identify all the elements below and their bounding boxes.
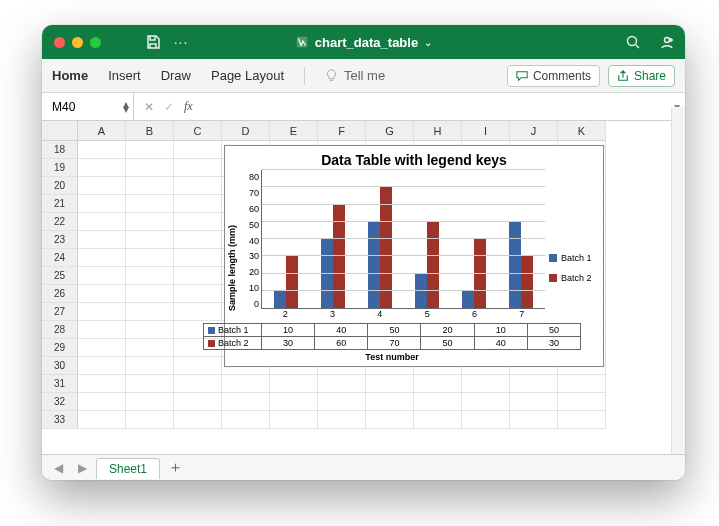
cell[interactable] [126,411,174,429]
column-header[interactable]: H [414,121,462,141]
row-header[interactable]: 27 [42,303,78,321]
cell[interactable] [126,285,174,303]
cell[interactable] [462,411,510,429]
cell[interactable] [174,393,222,411]
row-header[interactable]: 18 [42,141,78,159]
column-header[interactable]: A [78,121,126,141]
cell[interactable] [126,159,174,177]
sheet-tab-active[interactable]: Sheet1 [96,458,160,479]
cell[interactable] [78,195,126,213]
share-button[interactable]: Share [608,65,675,87]
cell[interactable] [366,375,414,393]
cell[interactable] [462,375,510,393]
cell[interactable] [174,213,222,231]
column-header[interactable]: D [222,121,270,141]
sheet-nav-prev[interactable]: ◀ [48,461,68,475]
cell[interactable] [126,231,174,249]
cell[interactable] [510,411,558,429]
row-header[interactable]: 29 [42,339,78,357]
more-icon[interactable]: ··· [171,32,191,52]
cell[interactable] [126,321,174,339]
row-header[interactable]: 20 [42,177,78,195]
cell[interactable] [126,375,174,393]
row-header[interactable]: 24 [42,249,78,267]
cell[interactable] [126,141,174,159]
cell[interactable] [270,393,318,411]
cell[interactable] [78,267,126,285]
row-header[interactable]: 23 [42,231,78,249]
cell[interactable] [174,267,222,285]
cancel-icon[interactable]: ✕ [144,100,154,114]
cell[interactable] [126,213,174,231]
column-header[interactable]: I [462,121,510,141]
embedded-chart[interactable]: Data Table with legend keys Sample lengt… [224,145,604,367]
cell[interactable] [222,375,270,393]
cell[interactable] [78,177,126,195]
cell[interactable] [414,375,462,393]
cell[interactable] [174,159,222,177]
column-header[interactable]: E [270,121,318,141]
row-header[interactable]: 32 [42,393,78,411]
column-header[interactable]: J [510,121,558,141]
cell[interactable] [174,303,222,321]
cell[interactable] [126,195,174,213]
row-header[interactable]: 25 [42,267,78,285]
cell[interactable] [78,249,126,267]
cell[interactable] [318,393,366,411]
tab-draw[interactable]: Draw [161,66,191,85]
column-header[interactable]: K [558,121,606,141]
cell[interactable] [222,393,270,411]
cell[interactable] [126,357,174,375]
cell[interactable] [78,357,126,375]
column-header[interactable]: C [174,121,222,141]
cell[interactable] [462,393,510,411]
cell[interactable] [174,411,222,429]
tab-insert[interactable]: Insert [108,66,141,85]
row-header[interactable]: 19 [42,159,78,177]
name-box[interactable]: M40 ▴▾ [42,93,134,120]
tab-page-layout[interactable]: Page Layout [211,66,284,85]
cell[interactable] [78,141,126,159]
cell[interactable] [174,195,222,213]
cell[interactable] [78,303,126,321]
cell[interactable] [318,411,366,429]
formula-input[interactable] [203,93,669,120]
cell[interactable] [414,411,462,429]
cell[interactable] [558,375,606,393]
cell[interactable] [510,375,558,393]
row-header[interactable]: 22 [42,213,78,231]
cell[interactable] [270,411,318,429]
cell[interactable] [78,159,126,177]
row-header[interactable]: 21 [42,195,78,213]
cell[interactable] [174,357,222,375]
cell[interactable] [174,375,222,393]
cell[interactable] [78,231,126,249]
cell[interactable] [78,411,126,429]
cell[interactable] [558,411,606,429]
row-header[interactable]: 26 [42,285,78,303]
comments-button[interactable]: Comments [507,65,600,87]
add-sheet-button[interactable]: ＋ [164,458,186,478]
fx-icon[interactable]: fx [184,99,193,114]
vertical-scrollbar[interactable] [671,107,685,454]
name-box-stepper[interactable]: ▴▾ [123,102,129,112]
cell[interactable] [126,393,174,411]
cell[interactable] [174,177,222,195]
tell-me-search[interactable]: Tell me [325,68,385,83]
cell[interactable] [174,141,222,159]
save-icon[interactable] [143,32,163,52]
close-window-button[interactable] [54,37,65,48]
cell[interactable] [270,375,318,393]
cell[interactable] [78,375,126,393]
cell[interactable] [366,411,414,429]
row-header[interactable]: 31 [42,375,78,393]
cell[interactable] [318,375,366,393]
cell[interactable] [126,177,174,195]
cell[interactable] [414,393,462,411]
minimize-window-button[interactable] [72,37,83,48]
cell[interactable] [126,339,174,357]
search-icon[interactable] [623,32,643,52]
share-people-icon[interactable] [657,32,677,52]
cell[interactable] [510,393,558,411]
cell[interactable] [126,249,174,267]
